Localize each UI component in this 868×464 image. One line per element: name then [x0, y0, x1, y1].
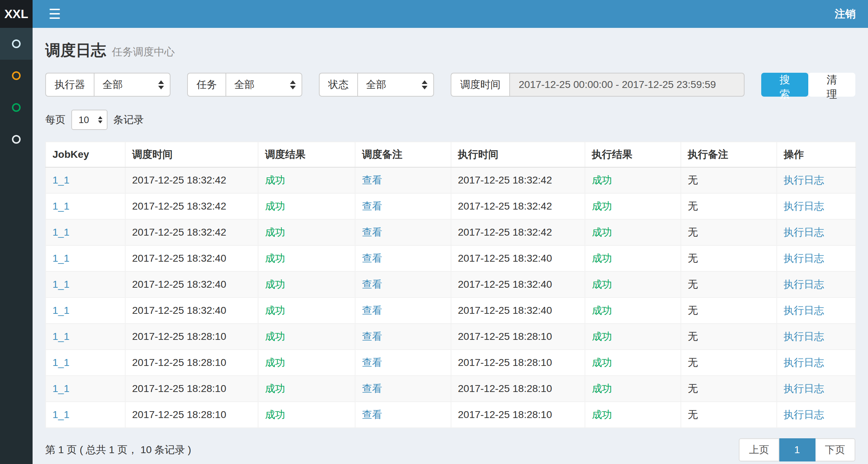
trigger-msg-link-cell: 查看	[355, 271, 451, 298]
jobkey-link-cell: 1_1	[46, 167, 125, 193]
handle-result: 成功	[592, 279, 612, 290]
trigger-time: 2017-12-25 18:32:40	[132, 305, 226, 316]
column-header: 调度时间	[125, 142, 258, 167]
handle-msg-cell: 无	[681, 376, 777, 402]
jobkey-link[interactable]: 1_1	[52, 357, 69, 368]
jobkey-link[interactable]: 1_1	[52, 331, 69, 342]
jobkey-link-cell: 1_1	[46, 324, 125, 350]
exec-log-link[interactable]: 执行日志	[784, 201, 824, 212]
executor-select[interactable]: 全部	[94, 73, 170, 97]
trigger-msg-link[interactable]: 查看	[362, 253, 382, 264]
table-row: 1_12017-12-25 18:28:10成功查看2017-12-25 18:…	[46, 402, 856, 428]
trigger-msg-link[interactable]: 查看	[362, 279, 382, 290]
trigger-time-cell: 2017-12-25 18:32:42	[125, 219, 258, 245]
handle-time: 2017-12-25 18:32:40	[458, 253, 552, 264]
trigger-msg-link[interactable]: 查看	[362, 357, 382, 368]
trigger-msg-link[interactable]: 查看	[362, 331, 382, 342]
sidebar-item-4[interactable]	[0, 123, 33, 155]
jobkey-link[interactable]: 1_1	[52, 279, 69, 290]
trigger-result-cell: 成功	[258, 167, 355, 193]
exec-log-link[interactable]: 执行日志	[784, 279, 824, 290]
exec-log-link[interactable]: 执行日志	[784, 357, 824, 368]
trigger-time-cell: 2017-12-25 18:28:10	[125, 350, 258, 376]
handle-msg: 无	[688, 383, 698, 394]
exec-log-link[interactable]: 执行日志	[784, 253, 824, 264]
current-page-button[interactable]: 1	[779, 438, 816, 461]
sidebar-item-3[interactable]	[0, 92, 33, 123]
trigger-time: 2017-12-25 18:32:42	[132, 201, 226, 212]
jobkey-link-cell: 1_1	[46, 376, 125, 402]
table-row: 1_12017-12-25 18:32:42成功查看2017-12-25 18:…	[46, 167, 856, 193]
trigger-result: 成功	[265, 201, 285, 212]
trigger-msg-link[interactable]: 查看	[362, 305, 382, 316]
jobkey-link[interactable]: 1_1	[52, 253, 69, 264]
handle-result: 成功	[592, 409, 612, 420]
table-row: 1_12017-12-25 18:32:42成功查看2017-12-25 18:…	[46, 219, 856, 245]
table-row: 1_12017-12-25 18:32:40成功查看2017-12-25 18:…	[46, 271, 856, 298]
trigger-msg-link[interactable]: 查看	[362, 174, 382, 186]
sidebar-toggle-icon[interactable]: ☰	[49, 7, 61, 21]
column-header: 执行结果	[585, 142, 681, 167]
table-row: 1_12017-12-25 18:32:40成功查看2017-12-25 18:…	[46, 245, 856, 271]
perpage-select[interactable]: 10	[71, 110, 108, 130]
jobkey-link[interactable]: 1_1	[52, 409, 69, 420]
exec-log-link-cell: 执行日志	[777, 402, 856, 428]
jobkey-link[interactable]: 1_1	[52, 227, 69, 238]
handle-time-cell: 2017-12-25 18:32:40	[451, 298, 585, 324]
exec-log-link[interactable]: 执行日志	[784, 174, 824, 186]
trigger-result-cell: 成功	[258, 376, 355, 402]
column-header: 调度备注	[355, 142, 451, 167]
table-row: 1_12017-12-25 18:28:10成功查看2017-12-25 18:…	[46, 324, 856, 350]
clear-button[interactable]: 清理	[808, 73, 855, 97]
trigger-msg-link[interactable]: 查看	[362, 201, 382, 212]
jobkey-link[interactable]: 1_1	[52, 174, 69, 186]
trigger-result-cell: 成功	[258, 271, 355, 298]
trigger-msg-link-cell: 查看	[355, 376, 451, 402]
jobkey-link[interactable]: 1_1	[52, 383, 69, 394]
trigger-msg-link[interactable]: 查看	[362, 227, 382, 238]
trigger-msg-link[interactable]: 查看	[362, 383, 382, 394]
page-subtitle: 任务调度中心	[112, 45, 175, 59]
status-select-value: 全部	[366, 78, 386, 92]
handle-time: 2017-12-25 18:28:10	[458, 357, 552, 368]
handle-time: 2017-12-25 18:32:42	[458, 174, 552, 186]
trigger-result-cell: 成功	[258, 324, 355, 350]
handle-result-cell: 成功	[585, 167, 681, 193]
search-button[interactable]: 搜索	[761, 73, 808, 97]
exec-log-link[interactable]: 执行日志	[784, 305, 824, 316]
exec-log-link-cell: 执行日志	[777, 193, 856, 219]
jobkey-link-cell: 1_1	[46, 402, 125, 428]
trigger-msg-link-cell: 查看	[355, 402, 451, 428]
handle-msg-cell: 无	[681, 167, 777, 193]
sidebar-item-2[interactable]	[0, 60, 33, 92]
column-header: JobKey	[46, 142, 125, 167]
logout-link[interactable]: 注销	[835, 7, 856, 21]
next-page-button[interactable]: 下页	[816, 438, 855, 461]
handle-msg-cell: 无	[681, 219, 777, 245]
handle-result-cell: 成功	[585, 193, 681, 219]
jobkey-link-cell: 1_1	[46, 350, 125, 376]
jobkey-link[interactable]: 1_1	[52, 201, 69, 212]
exec-log-link[interactable]: 执行日志	[784, 227, 824, 238]
exec-log-link[interactable]: 执行日志	[784, 409, 824, 420]
handle-time-cell: 2017-12-25 18:28:10	[451, 324, 585, 350]
handle-time-cell: 2017-12-25 18:32:42	[451, 193, 585, 219]
exec-log-link[interactable]: 执行日志	[784, 383, 824, 394]
status-select[interactable]: 全部	[357, 73, 434, 97]
trigger-msg-link[interactable]: 查看	[362, 409, 382, 420]
jobkey-link[interactable]: 1_1	[52, 305, 69, 316]
trigger-time-range-input[interactable]: 2017-12-25 00:00:00 - 2017-12-25 23:59:5…	[509, 73, 745, 97]
circle-icon	[12, 135, 21, 144]
sidebar-item-1[interactable]	[0, 28, 33, 60]
trigger-time: 2017-12-25 18:32:42	[132, 227, 226, 238]
table-row: 1_12017-12-25 18:28:10成功查看2017-12-25 18:…	[46, 350, 856, 376]
jobkey-link-cell: 1_1	[46, 298, 125, 324]
app-logo[interactable]: XXL	[0, 0, 33, 28]
prev-page-button[interactable]: 上页	[739, 438, 779, 461]
handle-time-cell: 2017-12-25 18:32:42	[451, 219, 585, 245]
handle-time: 2017-12-25 18:28:10	[458, 383, 552, 394]
handle-result-cell: 成功	[585, 245, 681, 271]
handle-result: 成功	[592, 201, 612, 212]
exec-log-link[interactable]: 执行日志	[784, 331, 824, 342]
job-select[interactable]: 全部	[226, 73, 302, 97]
